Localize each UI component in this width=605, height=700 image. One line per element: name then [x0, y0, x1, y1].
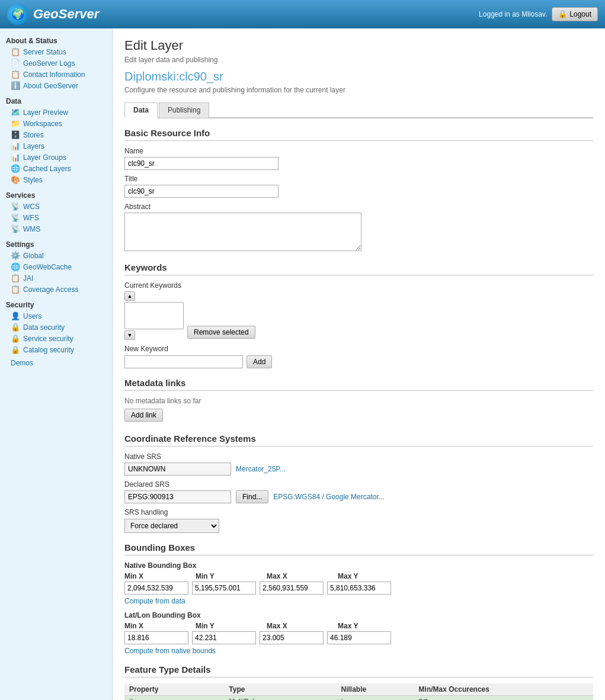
sidebar-item-geoserver-logs[interactable]: 📄 GeoServer Logs — [0, 57, 112, 69]
native-maxy-input[interactable] — [327, 582, 391, 595]
native-maxy-header: Max Y — [338, 572, 403, 580]
layers-icon: 📊 — [11, 142, 20, 150]
latlon-minx-header: Min X — [124, 622, 190, 630]
native-miny-header: Min Y — [196, 572, 261, 580]
name-input[interactable] — [124, 157, 279, 170]
current-keywords-label: Current Keywords — [124, 281, 593, 290]
sidebar-item-coverage-access[interactable]: 📋 Coverage Access — [0, 284, 112, 295]
sidebar-item-label: WFS — [23, 214, 39, 222]
sidebar-item-label: Stores — [23, 131, 44, 139]
native-srs-input[interactable] — [124, 463, 231, 476]
tabs: Data Publishing — [124, 102, 593, 118]
add-link-button[interactable]: Add link — [124, 409, 163, 422]
layer-name-heading: Diplomski:clc90_sr — [124, 70, 593, 84]
latlon-maxy-input[interactable] — [327, 631, 391, 644]
jai-icon: 📋 — [11, 274, 20, 282]
name-label: Name — [124, 147, 593, 155]
sidebar-item-jai[interactable]: 📋 JAI — [0, 272, 112, 284]
sidebar-item-workspaces[interactable]: 📁 Workspaces — [0, 118, 112, 129]
col-minmax: Min/Max Occurences — [414, 683, 593, 696]
compute-from-data-link[interactable]: Compute from data — [124, 597, 593, 605]
title-label: Title — [124, 175, 593, 183]
data-title: Data — [0, 94, 112, 107]
sidebar-item-label: Styles — [23, 176, 43, 184]
find-srs-button[interactable]: Find... — [236, 490, 268, 503]
sidebar-item-layers[interactable]: 📊 Layers — [0, 140, 112, 152]
add-keyword-button[interactable]: Add — [247, 355, 272, 368]
sidebar-item-geowebcache[interactable]: 🌐 GeoWebCache — [0, 261, 112, 272]
declared-srs-input[interactable] — [124, 490, 231, 503]
latlon-bounding-box-label: Lat/Lon Bounding Box — [124, 611, 593, 619]
sidebar-item-wms[interactable]: 📡 WMS — [0, 223, 112, 235]
sidebar-item-stores[interactable]: 🗄️ Stores — [0, 129, 112, 140]
new-keyword-input[interactable] — [124, 355, 243, 368]
sidebar-item-wfs[interactable]: 📡 WFS — [0, 212, 112, 223]
sidebar-item-global[interactable]: ⚙️ Global — [0, 250, 112, 261]
native-minx-input[interactable] — [124, 582, 188, 595]
sidebar-item-label: Layer Groups — [23, 153, 66, 162]
sidebar-item-label: JAI — [23, 274, 33, 282]
sidebar-item-label: Users — [23, 312, 41, 320]
srs-handling-select[interactable]: Force declared Keep native Reproject nat… — [124, 519, 219, 533]
sidebar-item-layer-groups[interactable]: 📊 Layer Groups — [0, 152, 112, 163]
latlon-maxx-input[interactable] — [260, 631, 324, 644]
native-srs-label: Native SRS — [124, 452, 593, 461]
compute-from-native-link[interactable]: Compute from native bounds — [124, 647, 593, 655]
sidebar-item-label: Service security — [23, 335, 73, 343]
sidebar-item-catalog-security[interactable]: 🔒 Catalog security — [0, 344, 112, 355]
srs-handling-label: SRS handling — [124, 508, 593, 516]
main-content: Edit Layer Edit layer data and publishin… — [113, 28, 605, 700]
title-input[interactable] — [124, 185, 279, 198]
native-maxx-input[interactable] — [260, 582, 324, 595]
sidebar-item-label: Catalog security — [23, 346, 74, 354]
layer-preview-icon: 🗺️ — [11, 108, 20, 117]
wcs-icon: 📡 — [11, 202, 20, 211]
declared-srs-label: Declared SRS — [124, 480, 593, 489]
sidebar-item-wcs[interactable]: 📡 WCS — [0, 201, 112, 212]
latlon-minx-input[interactable] — [124, 631, 188, 644]
data-security-icon: 🔒 — [11, 323, 20, 332]
about-icon: ℹ️ — [11, 81, 20, 90]
col-property: Property — [124, 683, 224, 696]
sidebar-item-label: About GeoServer — [23, 82, 78, 90]
header: 🌍 GeoServer Logged in as Milosav. 🔓 Logo… — [0, 0, 605, 28]
sidebar-item-layer-preview[interactable]: 🗺️ Layer Preview — [0, 107, 112, 118]
users-icon: 👤 — [11, 312, 20, 320]
sidebar-item-styles[interactable]: 🎨 Styles — [0, 174, 112, 185]
keywords-scroll-up[interactable]: ▲ — [124, 291, 135, 301]
sidebar-item-contact-information[interactable]: 📋 Contact Information — [0, 69, 112, 80]
sidebar-item-label: Workspaces — [23, 120, 62, 128]
native-miny-input[interactable] — [192, 582, 256, 595]
header-right: Logged in as Milosav. 🔓 Logout — [479, 7, 598, 21]
sidebar-item-cached-layers[interactable]: 🌐 Cached Layers — [0, 163, 112, 174]
sidebar-item-service-security[interactable]: 🔒 Service security — [0, 333, 112, 344]
tab-data[interactable]: Data — [124, 102, 158, 118]
declared-srs-link[interactable]: EPSG:WGS84 / Google Mercator... — [273, 493, 384, 501]
basic-resource-info-title: Basic Resource Info — [124, 128, 593, 141]
native-maxx-header: Max X — [267, 572, 332, 580]
sidebar-item-server-status[interactable]: 📋 Server Status — [0, 46, 112, 57]
cached-layers-icon: 🌐 — [11, 164, 20, 173]
col-type: Type — [224, 683, 336, 696]
native-srs-link[interactable]: Mercator_25P... — [236, 465, 286, 473]
sidebar-item-label: WCS — [23, 203, 40, 211]
latlon-miny-input[interactable] — [192, 631, 256, 644]
sidebar-item-users[interactable]: 👤 Users — [0, 310, 112, 322]
service-security-icon: 🔒 — [11, 334, 20, 343]
logo-icon: 🌍 — [7, 4, 28, 25]
abstract-input[interactable] — [124, 213, 361, 251]
geowebcache-icon: 🌐 — [11, 262, 20, 271]
logout-icon: 🔓 — [558, 10, 567, 18]
sidebar-item-data-security[interactable]: 🔒 Data security — [0, 322, 112, 333]
sidebar-item-demos[interactable]: Demos — [0, 358, 112, 368]
keywords-scroll-down[interactable]: ▼ — [124, 330, 135, 340]
bounding-boxes-title: Bounding Boxes — [124, 542, 593, 555]
latlon-maxx-header: Max X — [267, 622, 332, 630]
keywords-list[interactable] — [124, 302, 184, 329]
remove-selected-button[interactable]: Remove selected — [187, 326, 255, 339]
tab-publishing[interactable]: Publishing — [159, 102, 209, 118]
page-title: Edit Layer — [124, 38, 593, 53]
sidebar-item-label: Global — [23, 252, 44, 260]
sidebar-item-about-geoserver[interactable]: ℹ️ About GeoServer — [0, 80, 112, 91]
logout-button[interactable]: 🔓 Logout — [552, 7, 598, 21]
